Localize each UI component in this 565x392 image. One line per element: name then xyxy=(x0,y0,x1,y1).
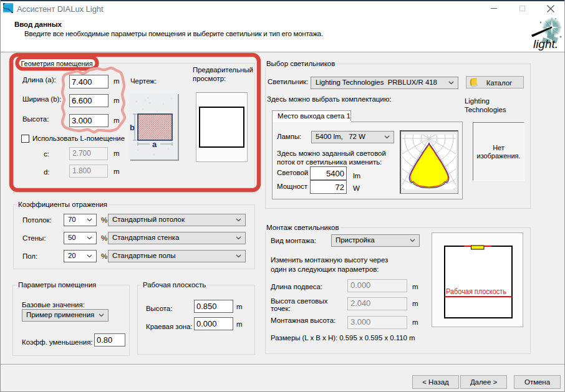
svg-text:Рабочая плоскость: Рабочая плоскость xyxy=(446,287,506,296)
svg-text:b: b xyxy=(130,123,135,132)
svg-text:a: a xyxy=(152,140,157,149)
svg-text:light.: light. xyxy=(533,38,558,50)
